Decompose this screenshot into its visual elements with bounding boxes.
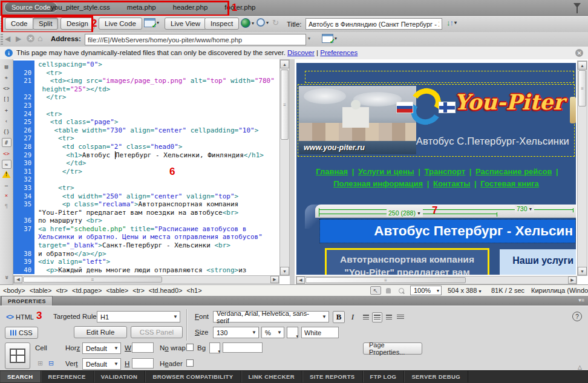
expand-all-icon[interactable]: + (2, 105, 11, 114)
design-vertical-scrollbar[interactable]: ▲ ≡ ▼ (577, 61, 587, 276)
results-tab-validation[interactable]: VALIDATION (94, 371, 146, 382)
preferences-link[interactable]: Preferences (320, 49, 358, 56)
tag-selector-item[interactable]: <td.page> (72, 287, 102, 294)
code-line[interactable]: 31 </tr> (13, 168, 278, 176)
pane-splitter[interactable] (290, 59, 294, 284)
table-width-bar[interactable]: 250 (288)▼ 730▼ (315, 205, 576, 218)
css-mode-button[interactable]: CSS (5, 327, 38, 339)
align-center-button[interactable] (372, 312, 382, 322)
color-value-field[interactable] (301, 327, 339, 338)
design-h1-heading[interactable]: Автобус Петербург - Хельсин (319, 219, 576, 243)
hand-tool-icon[interactable] (383, 286, 394, 295)
preview-in-browser-icon[interactable]: ▾ (241, 18, 254, 28)
code-line[interactable]: 26 <table width="730" align="center" cel… (13, 126, 278, 135)
tag-selector-item[interactable]: <h1> (187, 287, 202, 294)
code-line[interactable]: 33 <tr> (13, 184, 278, 192)
design-nav-link[interactable]: Контакты (433, 179, 470, 188)
scroll-left-icon[interactable]: ◀ (296, 277, 305, 284)
code-line[interactable]: 36по маршруту <br> (13, 217, 278, 225)
split-view-button[interactable]: Split (33, 18, 58, 30)
scroll-right-icon[interactable]: ▶ (270, 276, 279, 283)
design-page-canvas[interactable]: www.you-piter.ru You-Piter Автобус С.Пет… (296, 63, 576, 275)
address-input[interactable] (85, 34, 306, 45)
design-hscroll-thumb[interactable]: ≡ (305, 277, 466, 283)
design-view-button[interactable]: Design (60, 18, 94, 30)
filter-related-files-icon[interactable] (573, 3, 581, 8)
scroll-up-icon[interactable]: ▲ (280, 60, 289, 68)
close-icon[interactable]: ✕ (575, 49, 583, 57)
title-sync-arrows-icon[interactable]: ↓↑▾ (446, 18, 456, 27)
code-line[interactable]: 35 <p class="reclama">Автотранспортная к… (13, 200, 278, 209)
code-line[interactable]: height="25"></td> (13, 85, 278, 94)
tag-selector-item[interactable]: <tr> (132, 287, 145, 294)
code-view-button[interactable]: Code (5, 18, 34, 30)
source-code-tab[interactable]: Source Code (4, 2, 57, 13)
refresh-icon[interactable]: ↻ (272, 18, 279, 27)
tag-selector-item[interactable]: <td.head0> (149, 287, 183, 294)
results-tab-search[interactable]: SEARCH (0, 371, 41, 382)
results-tab-browser-compatibility[interactable]: BROWSER COMPATIBILITY (145, 371, 241, 382)
vert-align-select[interactable]: Default▼ (82, 358, 121, 370)
collapse-panel-icon[interactable]: △ (578, 364, 582, 370)
design-header-row[interactable]: www.you-piter.ru You-Piter Автобус С.Пет… (298, 84, 575, 157)
code-hscroll-thumb[interactable]: ≡ (23, 277, 162, 283)
line-numbers-icon[interactable]: # (2, 138, 11, 147)
highlight-invalid-code-icon[interactable]: <> (2, 149, 11, 158)
zoom-tool-icon[interactable] (396, 286, 407, 295)
window-size-menu[interactable]: 504 x 388 ▾ (448, 287, 481, 294)
properties-tab[interactable]: PROPERTIES (1, 296, 53, 306)
results-tab-reference[interactable]: REFERENCE (41, 371, 94, 382)
tag-selector-item[interactable]: <body> (3, 287, 25, 294)
design-top-row-outline[interactable] (305, 71, 574, 83)
results-tab-site-reports[interactable]: SITE REPORTS (302, 371, 362, 382)
cell-bg-color-swatch[interactable] (209, 342, 220, 353)
code-line[interactable]: 22 </tr> (13, 93, 278, 102)
more-chevrons-icon[interactable]: » (2, 273, 11, 283)
results-tab-server-debug[interactable]: SERVER DEBUG (404, 371, 468, 382)
remove-comment-icon[interactable]: × (2, 191, 11, 200)
table-width-menu[interactable]: 730▼ (515, 205, 534, 212)
code-line[interactable]: 25 <td class="page"> (13, 118, 278, 126)
related-file-tab[interactable]: header.php (173, 4, 208, 11)
code-line[interactable]: 29 <h1>Автобус Петербург - Хельсинки, Фи… (13, 151, 278, 160)
help-icon[interactable]: ? (572, 312, 582, 321)
align-left-button[interactable] (361, 312, 371, 322)
sync-documents-icon[interactable]: ≈ (2, 160, 11, 169)
live-view-options-icon[interactable]: ▾ (322, 34, 337, 43)
syntax-error-alerts-icon[interactable]: ! (2, 171, 11, 178)
apply-comment-icon[interactable]: … (2, 180, 11, 189)
live-view-button[interactable]: Live View (165, 18, 206, 30)
document-title-input[interactable] (305, 18, 442, 30)
code-line[interactable]: 34 <td width="250" align="center" valign… (13, 192, 278, 201)
code-line[interactable]: 27 <tr> (13, 134, 278, 143)
code-line[interactable]: 30 </td> (13, 159, 278, 168)
validate-markup-icon[interactable]: ▾ (256, 18, 269, 27)
design-nav-link[interactable]: Услуги и цены (358, 167, 414, 176)
code-horizontal-scrollbar[interactable]: ◀ ≡ ▶ (13, 275, 279, 284)
design-nav-link[interactable]: Гостевая книга (480, 179, 539, 188)
code-line[interactable]: 28 <td colspan="2" class="head0"> (13, 143, 278, 151)
scroll-right-icon[interactable]: ▶ (568, 277, 577, 284)
check-browser-compatibility-icon[interactable]: ▾ (144, 18, 159, 27)
address-dropdown-icon[interactable]: ▾ (308, 36, 310, 41)
page-properties-button[interactable]: Page Properties... (363, 342, 422, 355)
bold-button[interactable]: B (333, 311, 345, 323)
code-line[interactable]: 40 <p>Каждый день многие люди отправляют… (13, 266, 278, 275)
code-navigator-icon[interactable]: ✳ (2, 73, 11, 82)
column-width-menu[interactable]: 250 (288)▼ (387, 209, 423, 217)
stop-icon[interactable]: ✕ (27, 34, 34, 42)
code-line[interactable]: cellspacing="0"> (13, 61, 278, 69)
discover-link[interactable]: Discover (287, 49, 315, 56)
inspect-button[interactable]: Inspect (204, 18, 239, 30)
scroll-left-icon[interactable]: ◀ (14, 276, 22, 283)
size-unit-select[interactable]: %▼ (261, 327, 284, 338)
related-file-tab[interactable]: meta.php (127, 4, 156, 11)
code-line[interactable]: 24 <tr> (13, 110, 278, 119)
collapse-selection-icon[interactable]: [] (2, 94, 11, 103)
results-tab-link-checker[interactable]: LINK CHECKER (241, 371, 303, 382)
collapse-full-tag-icon[interactable]: <> (2, 83, 11, 93)
code-line[interactable]: 21 <td><img src="images/page_top.png" al… (13, 77, 278, 85)
targeted-rule-select[interactable]: H1▼ (97, 311, 180, 322)
code-line[interactable]: 23 (13, 102, 278, 110)
header-checkbox[interactable] (186, 359, 194, 367)
